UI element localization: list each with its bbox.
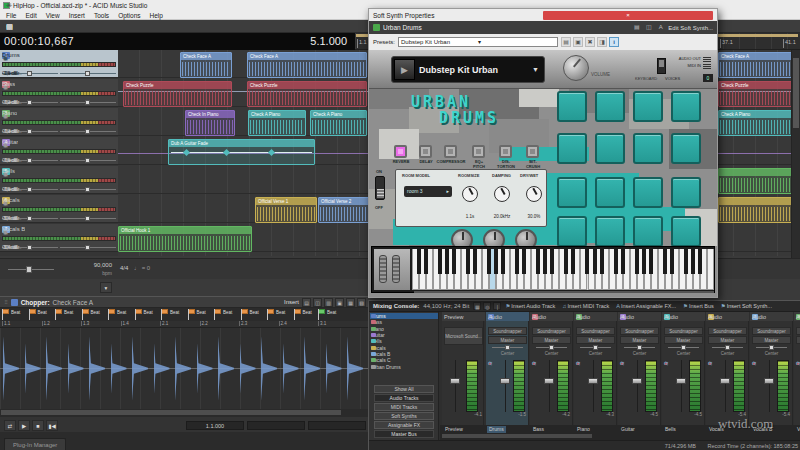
beat-marker-flag[interactable]: Beat (135, 309, 155, 320)
black-key-32[interactable] (642, 249, 646, 274)
tempo-slider[interactable] (8, 269, 54, 270)
channel-fader[interactable] (720, 360, 730, 412)
timeline-vscrollbar[interactable] (791, 50, 800, 258)
output-device[interactable]: Soundmapper (708, 327, 747, 335)
preset-dropdown-arrow[interactable]: ▾ (478, 38, 555, 46)
drum-pad-13[interactable] (557, 216, 587, 246)
preset-combobox[interactable]: Dubstep Kit Urban ▾ (398, 37, 558, 47)
output-device[interactable]: Soundmapper (532, 327, 571, 335)
drum-pad-11[interactable] (633, 177, 663, 208)
preset-icon-0[interactable]: ▤ (561, 37, 571, 47)
menu-options[interactable]: Options (118, 12, 140, 19)
drum-pad-1[interactable] (557, 91, 587, 122)
output-device[interactable]: Soundmapper (664, 327, 703, 335)
big-knob-0[interactable] (451, 229, 473, 246)
solo-icon[interactable]: ◁ (532, 360, 536, 366)
keyboard-scrollbar[interactable] (414, 291, 714, 293)
synth-close-button[interactable]: × (543, 11, 713, 20)
fx-button-reverb[interactable] (394, 145, 407, 158)
output-device[interactable]: Soundmapper (752, 327, 791, 335)
metronome-indicator[interactable]: ♩ = 0 (134, 265, 150, 271)
preset-play-button[interactable]: ▶ (394, 59, 415, 80)
synth-tool-icon-1[interactable]: ▤ (632, 23, 641, 32)
mixer-head-icon-0[interactable]: ▦ (473, 302, 481, 310)
beat-marker-flag[interactable]: Beat (161, 309, 181, 320)
mixer-channel-vocals-8[interactable]: 8AudioSoundmapperMasterCenter⟳≋ø●◁-5.4 (794, 312, 800, 425)
solo-icon[interactable]: ◁ (796, 360, 800, 366)
mixer-head-icon-2[interactable]: | (493, 302, 501, 310)
transport-button-11[interactable]: ▾ (100, 282, 112, 293)
black-key-39[interactable] (691, 249, 695, 274)
time-signature[interactable]: 4/4 (120, 265, 128, 271)
black-key-12[interactable] (501, 249, 505, 274)
synth-tool-icon-3[interactable]: A (656, 23, 665, 32)
preset-icon-1[interactable]: ▣ (573, 37, 583, 47)
mod-wheel[interactable] (392, 255, 400, 283)
mixer-filter-soft-synths[interactable]: Soft Synths (374, 412, 434, 420)
output-bus[interactable]: Master (664, 336, 703, 344)
big-knob-1[interactable] (483, 229, 505, 246)
close-button[interactable]: × (3, 1, 15, 10)
clip-check-a-piano[interactable]: Check A Piano (248, 110, 306, 136)
clip-clip[interactable] (718, 197, 798, 223)
solo-icon[interactable]: ◁ (708, 360, 712, 366)
black-key-25[interactable] (593, 249, 597, 274)
solo-icon[interactable]: ◁ (488, 360, 492, 366)
black-key-11[interactable] (494, 249, 498, 274)
beat-marker-flag[interactable]: Beat (294, 309, 314, 320)
preset-icon-2[interactable]: ✖ (585, 37, 595, 47)
beat-marker-flag[interactable]: Beat (108, 309, 128, 320)
black-key-22[interactable] (571, 249, 575, 274)
chopper-transport-button-3[interactable]: ▮◀ (46, 420, 58, 431)
fx-button-delay[interactable] (419, 145, 432, 158)
output-device[interactable]: Soundmapper (796, 327, 800, 335)
black-key-3[interactable] (438, 249, 442, 274)
channel-fader[interactable] (632, 360, 642, 412)
clip-official-hook-1[interactable]: Official Hook 1 (118, 226, 252, 252)
time-display[interactable]: 00:00:10,667 5.1.000 (0, 33, 355, 50)
clip-check-puzzle[interactable]: Check Puzzle (718, 81, 798, 107)
fx-button-eq-pitch[interactable] (472, 145, 485, 158)
chopper-waveform[interactable] (0, 328, 370, 409)
pan-fader[interactable] (60, 218, 116, 219)
black-key-38[interactable] (684, 249, 688, 274)
track-header-bass[interactable]: ⠿2Bass●▤◉∿▾Out-4,2 dBCenterCheck ... (0, 79, 118, 107)
mixer-channel-bass-2[interactable]: 2AudioSoundmapperMasterCenter⟳≋ø●◁-4.2 (530, 312, 573, 425)
mixer-filter-assignable-fx[interactable]: Assignable FX (374, 421, 434, 429)
fx-button-bit-crush[interactable] (526, 145, 539, 158)
chopper-header-icon-2[interactable]: ▥ (324, 298, 333, 307)
mixer-filter-midi-tracks[interactable]: MIDI Tracks (374, 403, 434, 411)
clip-check-face-a[interactable]: Check Face A (718, 52, 798, 78)
volume-knob[interactable] (563, 55, 589, 81)
pan-fader[interactable] (60, 102, 116, 103)
menu-view[interactable]: View (46, 12, 60, 19)
pan-fader[interactable] (60, 131, 116, 132)
pan-fader[interactable] (60, 247, 116, 248)
clip-check-puzzle[interactable]: Check Puzzle (123, 81, 232, 107)
chopper-header-icon-1[interactable]: ◫ (313, 298, 322, 307)
track-header-piano[interactable]: ⠿3Piano●▤◉∿▾Out-4,3 dBCenterCheck ... (0, 108, 118, 136)
black-key-5[interactable] (452, 249, 456, 274)
menu-help[interactable]: Help (150, 12, 163, 19)
chopper-insert-button[interactable]: Insert (284, 299, 299, 305)
synth-tool-icon-2[interactable]: ◫ (644, 23, 653, 32)
chopper-scrollbar[interactable] (0, 409, 370, 417)
black-key-4[interactable] (445, 249, 449, 274)
black-key-15[interactable] (522, 249, 526, 274)
drum-pad-4[interactable] (671, 91, 701, 122)
output-bus[interactable]: Master (620, 336, 659, 344)
mixer-tool-insert-audio-track[interactable]: ⚑Insert Audio Track (505, 303, 555, 309)
beat-marker-flag[interactable]: Beat (188, 309, 208, 320)
menu-insert[interactable]: Insert (69, 12, 85, 19)
lcd-dropdown-icon[interactable]: ▼ (529, 66, 542, 73)
drum-pad-15[interactable] (633, 216, 663, 246)
drum-pad-6[interactable] (595, 133, 625, 164)
chopper-position-field[interactable]: 1.1.000 (186, 421, 244, 430)
tab-plug-in-manager[interactable]: Plug-In Manager (4, 438, 66, 450)
mixer-tool-insert-assignable-fx-[interactable]: AInsert Assignable FX... (616, 303, 676, 309)
output-bus[interactable]: Master (796, 336, 800, 344)
channel-fader[interactable] (450, 360, 460, 412)
clip-check-a-piano[interactable]: Check A Piano (310, 110, 367, 136)
channel-fader[interactable] (500, 360, 510, 412)
chopper-field-3[interactable] (308, 421, 366, 430)
